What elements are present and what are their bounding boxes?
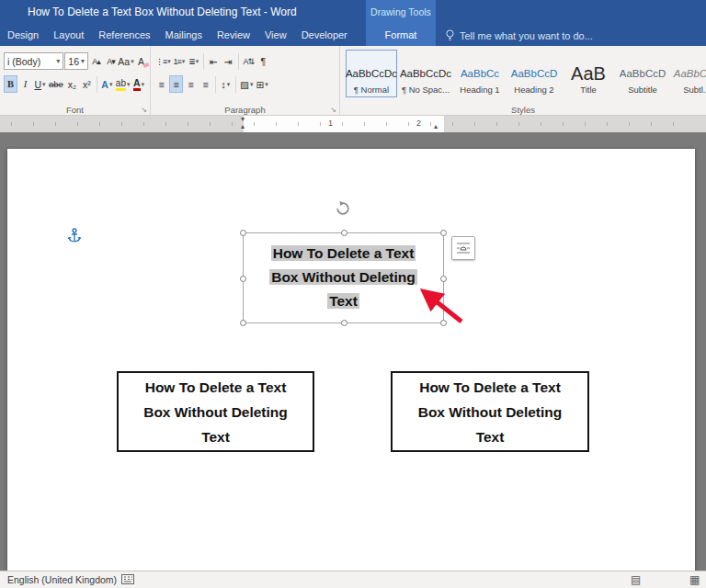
divider xyxy=(97,76,97,93)
font-dialog-launcher-icon[interactable]: ↘ xyxy=(141,107,147,114)
tab-layout[interactable]: Layout xyxy=(46,25,91,46)
chevron-down-icon: ▾ xyxy=(167,58,170,65)
proofing-icon[interactable] xyxy=(121,574,134,584)
chevron-down-icon: ▾ xyxy=(42,81,46,88)
selection-handle-bottom-middle[interactable] xyxy=(341,320,347,326)
tab-format[interactable]: Format xyxy=(366,25,436,46)
textbox-selected-text: How To Delete a Text Box Without Deletin… xyxy=(244,233,443,313)
selection-handle-top-left[interactable] xyxy=(240,230,246,236)
divider xyxy=(203,53,204,70)
align-right-button[interactable]: ≡ xyxy=(184,75,198,93)
strikethrough-button[interactable]: abe xyxy=(48,75,64,93)
text-highlight-button[interactable]: ab ▾ xyxy=(115,75,131,93)
font-group: i (Body) ▾ 16 ▾ A▴ A▾ Aa ▾ A B I U ▾ abe… xyxy=(0,46,151,116)
align-left-button[interactable]: ≡ xyxy=(154,75,168,93)
textbox-right[interactable]: How To Delete a Text Box Without Deletin… xyxy=(391,371,589,452)
divider xyxy=(235,76,236,93)
style-item-normal[interactable]: AaBbCcDc ¶ Normal xyxy=(346,50,397,97)
horizontal-ruler: 1 2 ▾ ▴ ▴ xyxy=(0,116,706,132)
chevron-down-icon: ▾ xyxy=(250,81,254,88)
right-indent-marker[interactable]: ▴ xyxy=(434,123,438,130)
style-item-no-spacing[interactable]: AaBbCcDc ¶ No Spac... xyxy=(400,50,451,97)
align-center-button[interactable]: ≡ xyxy=(169,75,183,93)
styles-group-label: Styles xyxy=(340,105,706,115)
increase-indent-button[interactable]: ⇥ xyxy=(222,52,235,70)
sort-button[interactable]: A⇅ xyxy=(242,52,256,70)
tab-view[interactable]: View xyxy=(257,25,294,46)
layout-options-button[interactable] xyxy=(451,236,475,260)
shrink-font-button[interactable]: A▾ xyxy=(104,52,118,70)
change-case-button[interactable]: Aa ▾ xyxy=(119,52,133,70)
paragraph-dialog-launcher-icon[interactable]: ↘ xyxy=(330,107,336,114)
numbering-button[interactable]: 1≡ ▾ xyxy=(172,52,186,70)
style-item-heading1[interactable]: AaBbCc Heading 1 xyxy=(454,50,506,97)
clear-formatting-button[interactable]: A xyxy=(134,52,148,70)
ribbon: i (Body) ▾ 16 ▾ A▴ A▾ Aa ▾ A B I U ▾ abe… xyxy=(0,46,706,116)
paragraph-group-label: Paragraph xyxy=(151,105,339,115)
tell-me-box[interactable]: Tell me what you want to do... xyxy=(445,25,593,46)
chevron-down-icon: ▾ xyxy=(196,58,199,65)
chevron-down-icon: ▾ xyxy=(81,57,85,65)
title-bar: How To Delete a Text Box Without Deletin… xyxy=(0,0,706,25)
ruler-ticks xyxy=(11,122,695,126)
tab-review[interactable]: Review xyxy=(210,25,257,46)
subscript-button[interactable]: x₂ xyxy=(65,75,79,93)
font-color-button[interactable]: A ▾ xyxy=(132,75,146,93)
chevron-down-icon: ▾ xyxy=(265,81,268,88)
tab-references[interactable]: References xyxy=(91,25,157,46)
document-area: How To Delete a Text Box Without Deletin… xyxy=(0,132,706,571)
tab-design[interactable]: Design xyxy=(0,25,46,46)
text-effects-button[interactable]: A ▾ xyxy=(100,75,114,93)
textbox-left[interactable]: How To Delete a Text Box Without Deletin… xyxy=(117,371,314,452)
borders-button[interactable]: ⊞ ▾ xyxy=(255,75,268,93)
chevron-down-icon: ▾ xyxy=(182,58,185,65)
selection-handle-middle-right[interactable] xyxy=(440,276,447,282)
selection-handle-middle-left[interactable] xyxy=(240,276,246,282)
font-name-combobox[interactable]: i (Body) ▾ xyxy=(4,52,63,70)
chevron-down-icon: ▾ xyxy=(56,57,60,65)
selection-handle-top-middle[interactable] xyxy=(341,230,347,236)
selection-handle-bottom-left[interactable] xyxy=(240,320,246,326)
underline-button[interactable]: U ▾ xyxy=(33,75,47,93)
ribbon-tab-row: Design Layout References Mailings Review… xyxy=(0,25,706,46)
chevron-down-icon: ▾ xyxy=(227,81,231,88)
bullets-button[interactable]: ⋮≡ ▾ xyxy=(154,52,171,70)
web-layout-button[interactable]: ▦ xyxy=(689,572,700,588)
style-item-subtle-emphasis[interactable]: AaBbCcD Subtl... xyxy=(671,50,706,97)
language-status[interactable]: English (United Kingdom) xyxy=(7,571,117,588)
justify-button[interactable]: ≡ xyxy=(199,75,212,93)
tab-developer[interactable]: Developer xyxy=(294,25,355,46)
multilevel-list-button[interactable]: ≣ ▾ xyxy=(187,52,200,70)
highlighted-text-line: Box Without Deleting xyxy=(269,269,417,285)
line-spacing-button[interactable]: ↕ ▾ xyxy=(219,75,233,93)
tell-me-lightbulb-icon xyxy=(445,29,455,41)
page[interactable]: How To Delete a Text Box Without Deletin… xyxy=(7,149,695,571)
grow-font-button[interactable]: A▴ xyxy=(89,52,103,70)
tab-mailings[interactable]: Mailings xyxy=(158,25,210,46)
paragraph-group: ⋮≡ ▾ 1≡ ▾ ≣ ▾ ⇤ ⇥ A⇅ ¶ ≡ ≡ ≡ ≡ xyxy=(151,46,340,116)
style-item-title[interactable]: AaB Title xyxy=(563,50,614,97)
italic-button[interactable]: I xyxy=(18,75,32,93)
selection-handle-bottom-right[interactable] xyxy=(440,320,447,326)
print-layout-button[interactable]: ▤ xyxy=(631,572,641,588)
style-item-subtitle[interactable]: AaBbCcD Subtitle xyxy=(617,50,668,97)
selection-handle-top-right[interactable] xyxy=(440,230,447,236)
superscript-button[interactable]: x² xyxy=(80,75,94,93)
tell-me-label: Tell me what you want to do... xyxy=(460,30,593,41)
style-item-heading2[interactable]: AaBbCcD Heading 2 xyxy=(508,50,560,97)
drawing-tools-label: Drawing Tools xyxy=(366,0,436,25)
ruler-number: 2 xyxy=(416,119,421,128)
rotate-handle[interactable] xyxy=(335,200,351,217)
left-indent-marker[interactable]: ▴ xyxy=(241,123,245,130)
anchor-icon[interactable] xyxy=(66,228,83,244)
show-paragraph-marks-button[interactable]: ¶ xyxy=(256,52,270,70)
styles-group: AaBbCcDc ¶ Normal AaBbCcDc ¶ No Spac... … xyxy=(340,46,706,116)
font-size-combobox[interactable]: 16 ▾ xyxy=(64,52,88,70)
bold-button[interactable]: B xyxy=(4,75,17,93)
chevron-down-icon: ▾ xyxy=(109,81,113,88)
textbox-selected[interactable]: How To Delete a Text Box Without Deletin… xyxy=(243,232,444,323)
decrease-indent-button[interactable]: ⇤ xyxy=(207,52,221,70)
chevron-down-icon: ▾ xyxy=(127,81,131,88)
divider xyxy=(215,76,216,93)
shading-button[interactable]: ▨ ▾ xyxy=(239,75,254,93)
